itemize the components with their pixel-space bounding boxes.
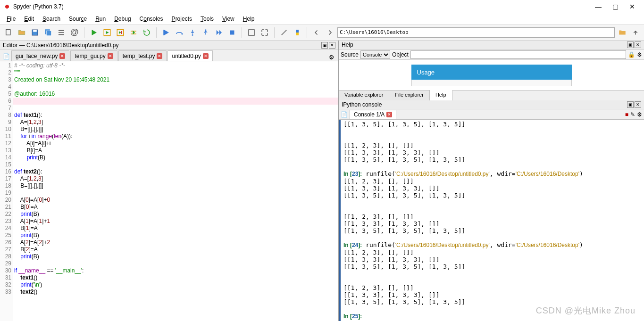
menu-debug[interactable]: Debug — [110, 15, 134, 23]
tab-close-icon[interactable]: ✕ — [203, 53, 209, 59]
editor-tab[interactable]: temp_gui.py✕ — [70, 50, 117, 61]
separator — [84, 27, 84, 38]
close-pane-button[interactable]: ✕ — [329, 42, 335, 49]
tab-label: untitled0.py — [172, 53, 201, 59]
dock-button[interactable]: ▣ — [321, 42, 328, 49]
preferences-icon[interactable] — [278, 27, 290, 38]
tab-label: temp_test.py — [123, 53, 155, 59]
step-out-icon[interactable] — [200, 27, 211, 38]
open-file-icon[interactable] — [16, 27, 27, 38]
close-button[interactable]: ✕ — [628, 3, 636, 10]
usage-card: Usage — [411, 65, 572, 86]
console-tab[interactable]: Console 1/A ✕ — [350, 110, 396, 119]
menu-tools[interactable]: Tools — [197, 15, 217, 23]
close-pane-button[interactable]: ✕ — [635, 101, 641, 108]
menu-view[interactable]: View — [218, 15, 238, 23]
separator — [242, 27, 242, 38]
step-into-icon[interactable] — [187, 27, 198, 38]
save-all-icon[interactable] — [42, 27, 54, 38]
menu-projects[interactable]: Projects — [168, 15, 196, 23]
svg-rect-2 — [33, 30, 37, 32]
editor-header: Editor — C:\Users\16016\Desktop\untitled… — [0, 41, 338, 50]
console-tabs: 📄 Console 1/A ✕ ■ ✎ ⚙ — [339, 109, 644, 120]
tab-close-icon[interactable]: ✕ — [108, 53, 113, 59]
tab-label: temp_gui.py — [75, 53, 105, 59]
dock-button[interactable]: ▣ — [627, 101, 634, 108]
editor-tab[interactable]: temp_test.py✕ — [118, 50, 167, 61]
source-label: Source — [341, 51, 359, 58]
browse-dir-icon[interactable] — [617, 27, 628, 38]
stop-debug-icon[interactable] — [226, 27, 238, 38]
gear-icon[interactable]: ⚙ — [637, 51, 642, 58]
usage-title: Usage — [411, 65, 572, 80]
save-icon[interactable] — [29, 27, 41, 38]
working-dir-input[interactable] — [337, 27, 615, 38]
dock-button[interactable]: ▣ — [627, 41, 634, 48]
clear-icon[interactable]: ✎ — [630, 111, 635, 118]
tab-help[interactable]: Help — [430, 90, 452, 100]
list-icon[interactable] — [56, 27, 67, 38]
menu-consoles[interactable]: Consoles — [136, 15, 167, 23]
svg-point-9 — [192, 34, 193, 35]
run-icon[interactable] — [88, 27, 100, 38]
gear-icon[interactable]: ⚙ — [637, 111, 642, 118]
svg-rect-7 — [163, 30, 164, 35]
svg-rect-12 — [249, 30, 254, 35]
menu-source[interactable]: Source — [65, 15, 91, 23]
tab-close-icon[interactable]: ✕ — [157, 53, 162, 59]
main-toolbar: @ — [0, 25, 644, 41]
console-list-icon[interactable]: 📄 — [341, 111, 348, 118]
maximize-button[interactable]: ▢ — [611, 3, 619, 10]
maximize-pane-icon[interactable] — [246, 27, 257, 38]
console-output[interactable]: [[1, 3, 5], [1, 3, 5], [1, 3, 5]][[1, 2,… — [339, 120, 644, 321]
menu-run[interactable]: Run — [92, 15, 109, 23]
continue-icon[interactable] — [213, 27, 225, 38]
help-toolbar: Source Console Object 🔒 ⚙ — [339, 50, 644, 60]
tab-close-icon[interactable]: ✕ — [386, 112, 392, 117]
spyder-icon — [4, 3, 10, 10]
python-path-icon[interactable] — [292, 27, 303, 38]
menu-search[interactable]: Search — [39, 15, 64, 23]
tab-file-explorer[interactable]: File explorer — [389, 91, 430, 100]
tab-variable-explorer[interactable]: Variable explorer — [339, 91, 389, 100]
help-header-label: Help — [342, 41, 353, 48]
menu-help[interactable]: Help — [239, 15, 259, 23]
run-cell-icon[interactable] — [101, 27, 113, 38]
object-label: Object — [392, 51, 409, 58]
run-cell-advance-icon[interactable] — [115, 27, 126, 38]
rerun-icon[interactable] — [141, 27, 152, 38]
forward-icon[interactable] — [324, 27, 335, 38]
debug-icon[interactable] — [160, 27, 172, 38]
usage-body — [411, 80, 572, 86]
separator — [274, 27, 275, 38]
svg-rect-4 — [46, 31, 51, 36]
object-input[interactable] — [410, 50, 626, 59]
svg-point-8 — [182, 33, 183, 34]
editor-tab-active[interactable]: untitled0.py✕ — [167, 50, 212, 61]
menu-file[interactable]: File — [3, 15, 19, 23]
editor-pane: Editor — C:\Users\16016\Desktop\untitled… — [0, 41, 339, 321]
minimize-button[interactable]: — — [594, 3, 602, 10]
tab-close-icon[interactable]: ✕ — [59, 53, 65, 59]
window-title: Spyder (Python 3.7) — [13, 3, 594, 10]
editor-tab[interactable]: gui_face_new.py✕ — [11, 50, 69, 61]
back-icon[interactable] — [311, 27, 322, 38]
new-file-icon[interactable] — [3, 27, 14, 38]
file-list-icon[interactable]: 📄 — [2, 52, 10, 61]
lock-icon[interactable]: 🔒 — [628, 51, 635, 58]
source-select[interactable]: Console — [360, 50, 390, 59]
step-over-icon[interactable] — [174, 27, 185, 38]
fullscreen-icon[interactable] — [259, 27, 270, 38]
at-icon[interactable]: @ — [69, 27, 80, 38]
run-selection-icon[interactable] — [128, 27, 139, 38]
separator — [156, 27, 157, 38]
close-pane-button[interactable]: ✕ — [635, 41, 641, 48]
parent-dir-icon[interactable] — [630, 27, 641, 38]
stop-icon[interactable]: ■ — [625, 111, 628, 118]
menu-edit[interactable]: Edit — [20, 15, 38, 23]
window-controls: — ▢ ✕ — [594, 3, 640, 10]
tab-label: gui_face_new.py — [16, 53, 58, 59]
code-editor[interactable]: 1234567891011121314151617181920212223242… — [0, 61, 338, 321]
svg-rect-0 — [6, 29, 10, 35]
gear-icon[interactable]: ⚙ — [327, 54, 336, 61]
